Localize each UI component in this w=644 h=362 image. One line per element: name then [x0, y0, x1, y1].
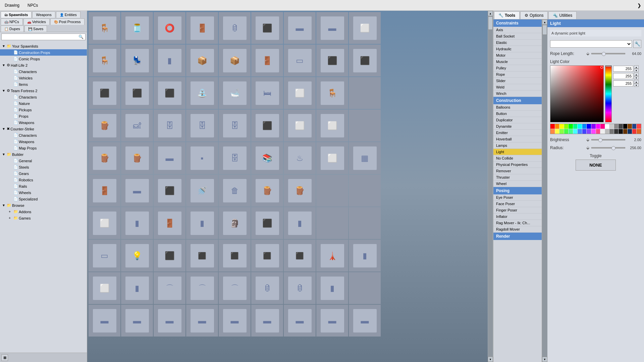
item-fence3[interactable]: ⬛ [349, 45, 381, 76]
search-input[interactable] [1, 34, 86, 40]
item-plank2[interactable]: ▬ [121, 175, 153, 206]
tree-node-hl2-items[interactable]: 📄 Items [0, 81, 87, 87]
item-mattress[interactable]: ⬜ [284, 110, 316, 141]
color-preset-cell[interactable] [605, 129, 609, 134]
color-preset-cell[interactable] [632, 129, 637, 134]
color-r-down[interactable]: ▼ [634, 69, 639, 72]
tab-dupes[interactable]: 📋 Dupes [1, 25, 24, 32]
tab-spawnlists[interactable]: 🗂 Spawnlists [1, 11, 32, 18]
tree-node-tf2-props[interactable]: 📄 Props [0, 113, 87, 119]
color-r-input[interactable] [613, 66, 633, 72]
color-preset-cell[interactable] [559, 129, 564, 134]
color-preset-cell[interactable] [582, 124, 587, 129]
item-plank6[interactable]: ▬ [186, 305, 218, 337]
scroll-up-arrow[interactable]: ▲ [488, 11, 493, 16]
item-wheel[interactable]: ⭕ [154, 12, 185, 44]
item-washer[interactable]: ⬜ [89, 207, 120, 239]
item-cage-blue[interactable]: ⬛ [219, 240, 251, 272]
item-sofa[interactable]: 🛋 [121, 110, 153, 141]
tool-light[interactable]: Light [493, 149, 542, 155]
item-post2[interactable]: ▮ [186, 207, 218, 239]
item-post4[interactable]: ▮ [316, 272, 348, 304]
item-stool[interactable]: 🪑 [89, 12, 120, 44]
item-cabinet3[interactable]: 🗄 [219, 142, 251, 174]
tree-node-builder-steels[interactable]: 📄 Steels [0, 164, 87, 170]
item-tower[interactable]: 🗼 [316, 240, 348, 272]
tree-node-builder-robotics[interactable]: 📄 Robotics [0, 177, 87, 183]
tree-view[interactable]: ▼ 📁 Your Spawnlists 📄 Construction Props [0, 42, 87, 353]
item-trough[interactable]: ⬛ [251, 110, 283, 141]
item-cone[interactable]: ⬜ [89, 272, 120, 304]
item-lamp1[interactable]: 💡 [121, 240, 153, 272]
color-g-down[interactable]: ▼ [634, 76, 639, 79]
color-preset-cell[interactable] [628, 129, 632, 134]
rope-length-slider[interactable] [591, 53, 625, 54]
color-preset-cell[interactable] [619, 129, 623, 134]
item-post[interactable]: ▮ [121, 207, 153, 239]
scroll-down-arrow[interactable]: ▼ [488, 357, 493, 362]
scroll-track[interactable] [488, 16, 493, 356]
tab-npcs[interactable]: 🤖 NPCs [1, 18, 23, 25]
tool-wrench-button[interactable]: 🔧 [633, 40, 641, 48]
tree-node-hl2-characters[interactable]: 📄 Characters [0, 68, 87, 75]
item-radiator[interactable]: ▦ [349, 142, 381, 174]
tree-node-browse-addons[interactable]: + 📁 Addons [0, 208, 87, 215]
color-b-input[interactable] [613, 80, 633, 86]
color-b-down[interactable]: ▼ [634, 83, 639, 87]
tool-balloons[interactable]: Balloons [493, 104, 542, 111]
tool-button[interactable]: Button [493, 111, 542, 117]
item-pole[interactable]: ▮ [154, 45, 185, 76]
tree-toggle-hl2[interactable]: ▼ [2, 63, 6, 67]
tool-remover[interactable]: Remover [493, 168, 542, 174]
tool-dropdown[interactable] [550, 40, 632, 48]
item-cage1[interactable]: ⬛ [154, 240, 185, 272]
item-blank6[interactable] [349, 207, 381, 239]
tool-face-poser[interactable]: Face Poser [493, 201, 542, 207]
color-preset-cell[interactable] [564, 129, 569, 134]
color-preset-cell[interactable] [609, 129, 614, 134]
color-preset-cell[interactable] [573, 129, 578, 134]
tree-node-team-fortress-2[interactable]: ▼ ⚙ Team Fortress 2 [0, 87, 87, 94]
color-preset-cell[interactable] [569, 129, 573, 134]
tree-toggle-browse[interactable]: ▼ [2, 203, 6, 207]
item-shelf[interactable]: 📚 [251, 142, 283, 174]
color-g-input[interactable] [613, 73, 633, 79]
tool-winch[interactable]: Winch [493, 90, 542, 97]
tree-node-builder[interactable]: ▼ 📁 Builder [0, 151, 87, 158]
color-preset-cell[interactable] [550, 129, 555, 134]
item-plank10[interactable]: ▬ [316, 305, 348, 337]
tree-node-browse[interactable]: ▼ 📁 Browse [0, 202, 87, 208]
item-plank[interactable]: ▬ [154, 142, 185, 174]
item-blank4[interactable] [349, 175, 381, 206]
item-gate[interactable]: 🚪 [154, 207, 185, 239]
tree-node-cs-weapons[interactable]: 📄 Weapons [0, 138, 87, 145]
item-dresser[interactable]: 🗄 [154, 110, 185, 141]
tool-eye-poser[interactable]: Eye Poser [493, 194, 542, 201]
color-preset-cell[interactable] [600, 129, 605, 134]
scroll-thumb[interactable] [488, 16, 493, 30]
tree-toggle-tf2[interactable]: ▼ [2, 89, 6, 93]
item-door2[interactable]: 🚪 [251, 45, 283, 76]
item-cans[interactable]: 🫙 [121, 12, 153, 44]
item-cabinet[interactable]: 🗄 [186, 110, 218, 141]
item-chair-blue[interactable]: 💺 [121, 45, 153, 76]
tool-rag-mover[interactable]: Rag Mover - Ik: Ch... [493, 220, 542, 226]
item-fountain[interactable]: ⛲ [186, 77, 218, 109]
item-cage-green[interactable]: ⬛ [251, 240, 283, 272]
item-tank[interactable]: ⬜ [349, 12, 381, 44]
color-preset-cell[interactable] [569, 124, 573, 129]
item-pipes4[interactable]: ⌒ [154, 272, 185, 304]
tab-entities[interactable]: 👤 Entities [56, 11, 80, 18]
item-pipe3[interactable]: ▮ [121, 272, 153, 304]
tools-scroll-up[interactable]: ▲ [542, 19, 547, 25]
item-column[interactable]: ▮ [284, 207, 316, 239]
item-pipes5[interactable]: ⌒ [186, 272, 218, 304]
right-tab-utilities[interactable]: 🔩 Utilities [548, 11, 577, 19]
tree-node-builder-general[interactable]: 📄 General [0, 158, 87, 164]
item-bench[interactable]: 🪑 [89, 45, 120, 76]
color-preset-cell[interactable] [591, 124, 596, 129]
tools-scroll-down[interactable]: ▼ [542, 357, 547, 362]
tool-muscle[interactable]: Muscle [493, 59, 542, 65]
item-plank9[interactable]: ▬ [284, 305, 316, 337]
right-tab-options[interactable]: ⚙ Options [520, 11, 548, 19]
